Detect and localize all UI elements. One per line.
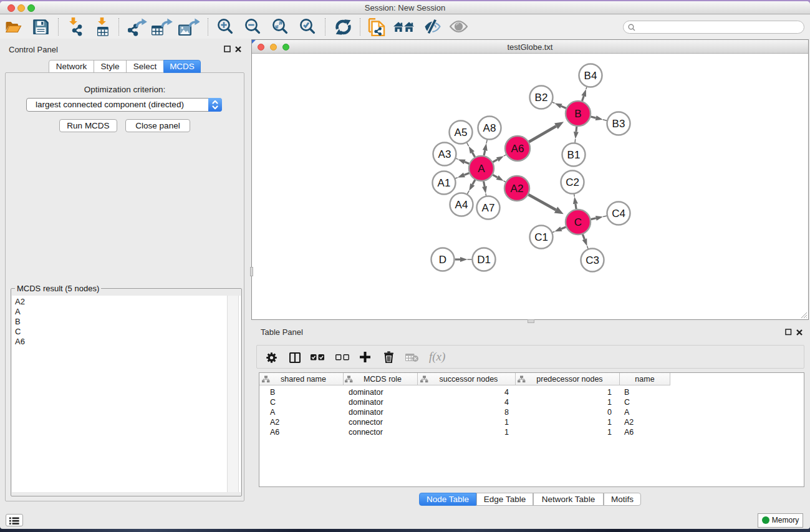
svg-text:B2: B2 [535, 92, 548, 104]
svg-text:A1: A1 [438, 177, 451, 189]
svg-text:B1: B1 [567, 149, 581, 161]
svg-text:A8: A8 [483, 122, 496, 134]
svg-text:A6: A6 [511, 143, 524, 155]
svg-text:C: C [574, 216, 582, 228]
svg-text:A4: A4 [455, 199, 468, 211]
svg-text:C3: C3 [586, 254, 599, 266]
svg-text:C2: C2 [566, 177, 579, 188]
svg-text:B: B [574, 108, 581, 120]
svg-text:A5: A5 [455, 127, 468, 138]
svg-text:A3: A3 [438, 148, 451, 160]
svg-text:B3: B3 [612, 118, 625, 130]
svg-text:D1: D1 [477, 254, 491, 266]
svg-text:A: A [478, 163, 485, 175]
svg-text:C4: C4 [612, 208, 625, 220]
svg-text:D: D [439, 254, 446, 266]
svg-text:A2: A2 [511, 183, 524, 195]
svg-text:A7: A7 [482, 202, 495, 214]
svg-text:C1: C1 [534, 231, 548, 243]
svg-text:B4: B4 [584, 70, 597, 82]
